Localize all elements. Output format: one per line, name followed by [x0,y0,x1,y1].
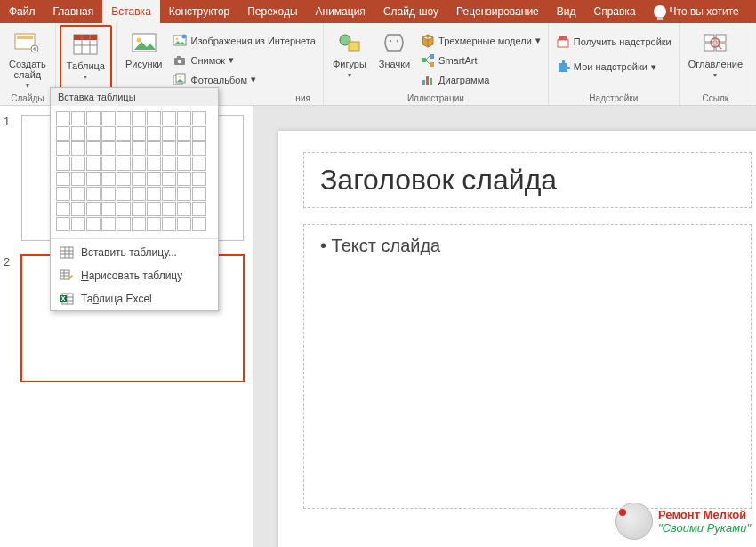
my-addins-button[interactable]: Мои надстройки ▾ [554,57,673,76]
grid-cell[interactable] [147,172,161,186]
grid-cell[interactable] [177,172,191,186]
grid-cell[interactable] [71,157,85,171]
grid-cell[interactable] [71,172,85,186]
grid-cell[interactable] [101,111,116,125]
grid-cell[interactable] [56,172,70,186]
shapes-button[interactable]: Фигуры ▾ [329,27,370,93]
grid-cell[interactable] [86,141,101,156]
excel-table-item[interactable]: X Таблица Excel [51,287,218,310]
tab-view[interactable]: Вид [548,0,585,23]
tab-review[interactable]: Рецензирование [447,0,548,23]
grid-cell[interactable] [56,187,70,201]
tab-home[interactable]: Главная [44,0,103,23]
grid-cell[interactable] [147,141,161,156]
grid-cell[interactable] [162,187,176,201]
icons-button[interactable]: Значки [375,27,414,93]
grid-cell[interactable] [101,172,116,186]
grid-cell[interactable] [147,111,161,125]
grid-cell[interactable] [177,111,191,125]
grid-cell[interactable] [147,126,161,141]
screenshot-button[interactable]: Снимок ▾ [171,51,317,70]
grid-cell[interactable] [147,157,161,171]
draw-table-item[interactable]: Нарисовать таблицу [51,264,218,287]
grid-cell[interactable] [192,172,206,186]
grid-cell[interactable] [147,187,161,201]
grid-cell[interactable] [132,187,146,201]
grid-cell[interactable] [56,141,70,156]
tab-insert[interactable]: Вставка [102,0,160,23]
tab-design[interactable]: Конструктор [160,0,238,23]
grid-cell[interactable] [117,172,131,186]
grid-cell[interactable] [162,126,176,141]
tab-animations[interactable]: Анимация [307,0,374,23]
grid-cell[interactable] [162,157,176,171]
online-pictures-button[interactable]: Изображения из Интернета [171,31,317,51]
grid-cell[interactable] [192,157,206,171]
get-addins-button[interactable]: Получить надстройки [554,32,673,52]
grid-cell[interactable] [117,111,131,125]
grid-cell[interactable] [162,172,176,186]
body-placeholder[interactable]: Текст слайда [303,224,752,509]
grid-cell[interactable] [117,141,131,156]
grid-cell[interactable] [56,126,70,141]
grid-cell[interactable] [86,126,101,141]
grid-cell[interactable] [56,217,70,231]
tab-file[interactable]: Файл [0,0,44,23]
grid-cell[interactable] [177,141,191,156]
grid-cell[interactable] [162,217,176,231]
grid-cell[interactable] [71,217,85,231]
grid-cell[interactable] [132,157,146,171]
grid-cell[interactable] [101,126,116,141]
grid-cell[interactable] [117,217,131,231]
toc-button[interactable]: Оглавление ▾ [685,27,746,93]
grid-cell[interactable] [192,126,206,141]
new-slide-button[interactable]: Создать слайд ▾ [5,27,50,93]
grid-cell[interactable] [71,141,85,156]
grid-cell[interactable] [86,172,101,186]
grid-cell[interactable] [71,202,85,216]
grid-cell[interactable] [56,202,70,216]
tab-slideshow[interactable]: Слайд-шоу [374,0,447,23]
grid-cell[interactable] [192,141,206,156]
grid-cell[interactable] [71,126,85,141]
grid-cell[interactable] [162,202,176,216]
grid-cell[interactable] [177,217,191,231]
grid-cell[interactable] [86,111,101,125]
grid-cell[interactable] [132,217,146,231]
grid-cell[interactable] [86,202,101,216]
grid-cell[interactable] [192,202,206,216]
grid-cell[interactable] [132,126,146,141]
smartart-button[interactable]: SmartArt [419,51,543,70]
grid-cell[interactable] [101,141,116,156]
tab-help[interactable]: Справка [584,0,644,23]
grid-cell[interactable] [86,187,101,201]
grid-cell[interactable] [162,141,176,156]
grid-cell[interactable] [132,172,146,186]
grid-cell[interactable] [192,187,206,201]
grid-cell[interactable] [117,202,131,216]
grid-cell[interactable] [147,202,161,216]
table-size-grid[interactable] [51,106,218,237]
grid-cell[interactable] [132,111,146,125]
3d-models-button[interactable]: Трехмерные модели ▾ [419,31,543,51]
grid-cell[interactable] [192,217,206,231]
grid-cell[interactable] [117,187,131,201]
grid-cell[interactable] [101,217,116,231]
title-placeholder[interactable]: Заголовок слайда [303,152,752,208]
grid-cell[interactable] [86,217,101,231]
grid-cell[interactable] [162,111,176,125]
grid-cell[interactable] [177,157,191,171]
grid-cell[interactable] [117,157,131,171]
tell-me[interactable]: Что вы хотите [645,0,748,23]
grid-cell[interactable] [101,202,116,216]
grid-cell[interactable] [132,141,146,156]
tab-transitions[interactable]: Переходы [238,0,306,23]
grid-cell[interactable] [192,111,206,125]
grid-cell[interactable] [101,157,116,171]
grid-cell[interactable] [177,187,191,201]
grid-cell[interactable] [117,126,131,141]
grid-cell[interactable] [86,157,101,171]
chart-button[interactable]: Диаграмма [419,70,543,90]
grid-cell[interactable] [177,126,191,141]
grid-cell[interactable] [132,202,146,216]
